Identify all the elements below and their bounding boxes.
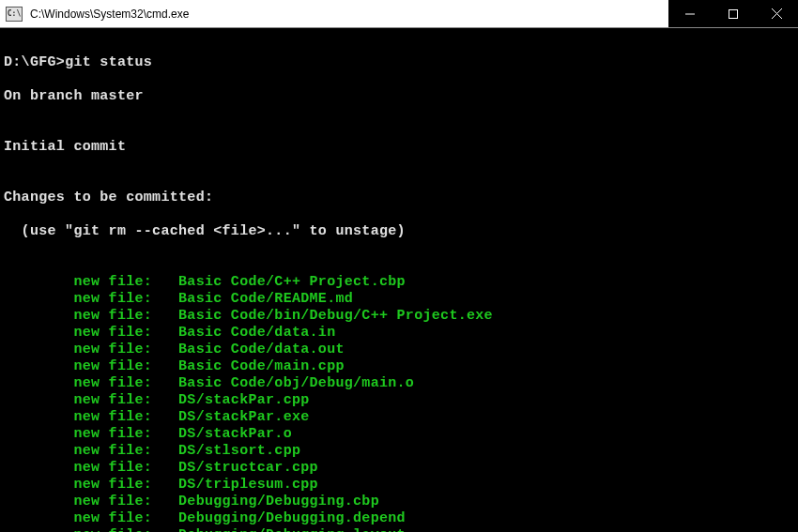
prompt: D:\GFG> xyxy=(4,54,65,70)
new-file-label: new file: xyxy=(4,308,178,324)
new-file-label: new file: xyxy=(4,358,178,374)
staged-file-row: new file: DS/stackPar.cpp xyxy=(4,392,794,409)
staged-file-row: new file: Debugging/Debugging.depend xyxy=(4,510,794,527)
branch-line: On branch master xyxy=(4,88,794,105)
new-file-label: new file: xyxy=(4,325,178,341)
close-button[interactable] xyxy=(755,0,798,27)
cmd-icon: C:\ xyxy=(6,7,23,22)
maximize-icon xyxy=(729,9,738,19)
file-path: Basic Code/data.out xyxy=(178,342,345,357)
new-file-label: new file: xyxy=(4,409,178,425)
file-path: Basic Code/README.md xyxy=(178,291,353,307)
new-file-label: new file: xyxy=(4,392,178,408)
file-path: Basic Code/C++ Project.cbp xyxy=(178,274,406,290)
maximize-button[interactable] xyxy=(712,0,755,27)
window-controls xyxy=(668,0,798,27)
new-file-label: new file: xyxy=(4,443,178,459)
prompt-line: D:\GFG>git status xyxy=(4,54,794,71)
file-path: DS/stackPar.cpp xyxy=(178,392,310,408)
file-path: Basic Code/bin/Debug/C++ Project.exe xyxy=(178,308,493,324)
staged-file-row: new file: Debugging/Debugging.cbp xyxy=(4,494,794,510)
new-file-label: new file: xyxy=(4,460,178,476)
new-file-label: new file: xyxy=(4,274,178,290)
staged-file-row: new file: Basic Code/data.out xyxy=(4,342,794,358)
window-titlebar: C:\ C:\Windows\System32\cmd.exe xyxy=(0,0,798,28)
new-file-label: new file: xyxy=(4,342,178,357)
new-file-label: new file: xyxy=(4,426,178,442)
staged-file-row: new file: Basic Code/data.in xyxy=(4,325,794,342)
file-path: Basic Code/data.in xyxy=(178,325,335,341)
staged-file-row: new file: Debugging/Debugging.layout xyxy=(4,527,794,532)
staged-file-row: new file: Basic Code/README.md xyxy=(4,291,794,308)
file-path: Debugging/Debugging.layout xyxy=(178,527,406,532)
file-path: DS/stackPar.o xyxy=(178,426,292,442)
file-path: Debugging/Debugging.cbp xyxy=(178,494,379,509)
staged-file-row: new file: Basic Code/obj/Debug/main.o xyxy=(4,375,794,392)
initial-commit-line: Initial commit xyxy=(4,139,794,156)
file-path: Basic Code/obj/Debug/main.o xyxy=(178,375,414,391)
staged-file-row: new file: Basic Code/main.cpp xyxy=(4,358,794,375)
staged-file-row: new file: DS/triplesum.cpp xyxy=(4,477,794,494)
close-icon xyxy=(772,8,782,19)
window-title: C:\Windows\System32\cmd.exe xyxy=(30,8,668,21)
staged-file-row: new file: Basic Code/bin/Debug/C++ Proje… xyxy=(4,308,794,325)
minimize-button[interactable] xyxy=(668,0,712,27)
new-file-label: new file: xyxy=(4,494,178,509)
new-file-label: new file: xyxy=(4,291,178,307)
unstage-hint-line: (use "git rm --cached <file>..." to unst… xyxy=(4,223,794,240)
file-path: DS/structcar.cpp xyxy=(178,460,318,476)
file-path: DS/stlsort.cpp xyxy=(178,443,300,459)
file-path: DS/triplesum.cpp xyxy=(178,477,318,493)
new-file-label: new file: xyxy=(4,375,178,391)
staged-file-row: new file: DS/stackPar.exe xyxy=(4,409,794,426)
staged-file-row: new file: DS/stackPar.o xyxy=(4,426,794,443)
staged-file-row: new file: DS/stlsort.cpp xyxy=(4,443,794,460)
staged-file-row: new file: Basic Code/C++ Project.cbp xyxy=(4,274,794,291)
file-path: Basic Code/main.cpp xyxy=(178,358,345,374)
new-file-label: new file: xyxy=(4,510,178,526)
new-file-label: new file: xyxy=(4,477,178,493)
command: git status xyxy=(65,54,152,70)
new-file-label: new file: xyxy=(4,527,178,532)
file-path: Debugging/Debugging.depend xyxy=(178,510,406,526)
svg-rect-1 xyxy=(729,9,738,18)
changes-header-line: Changes to be committed: xyxy=(4,190,794,206)
staged-file-row: new file: DS/structcar.cpp xyxy=(4,460,794,477)
terminal-output[interactable]: D:\GFG>git status On branch master Initi… xyxy=(0,28,798,532)
staged-files-list: new file: Basic Code/C++ Project.cbp new… xyxy=(4,274,794,532)
minimize-icon xyxy=(685,9,695,19)
file-path: DS/stackPar.exe xyxy=(178,409,310,425)
